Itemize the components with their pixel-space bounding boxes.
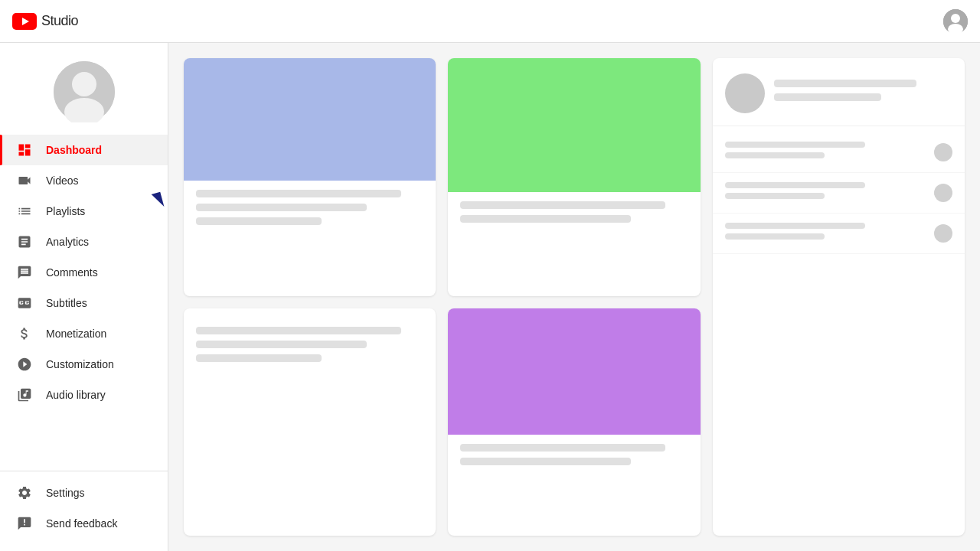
sidebar-item-label-videos: Videos (46, 174, 79, 187)
subtitles-icon (15, 294, 34, 312)
card-2-line-1 (460, 201, 665, 209)
sidebar-item-comments[interactable]: Comments (0, 257, 168, 288)
svg-point-3 (951, 14, 960, 23)
main-content (168, 43, 980, 551)
monetization-icon (15, 324, 34, 343)
sidebar-item-label-playlists: Playlists (46, 205, 85, 217)
card-5-line-2 (460, 458, 631, 465)
videos-icon (15, 171, 34, 190)
header: Studio (0, 0, 980, 43)
card-3-list-item-2-lines (725, 182, 925, 204)
card-2 (448, 58, 700, 296)
card-2-thumbnail (448, 58, 700, 192)
card-3-list (713, 126, 965, 536)
sidebar-item-label-settings: Settings (46, 487, 85, 499)
svg-point-6 (72, 72, 96, 96)
sidebar-item-dashboard[interactable]: Dashboard (0, 135, 168, 165)
comments-icon (15, 263, 34, 282)
youtube-icon (12, 13, 37, 30)
card-5-thumbnail (448, 308, 700, 435)
card-3-inner (713, 58, 965, 536)
card-3-sub-line (774, 93, 881, 101)
card-3 (713, 58, 965, 536)
settings-icon (15, 484, 34, 502)
card-3-list-item-2 (713, 173, 965, 214)
sidebar-item-label-audio-library: Audio library (46, 389, 106, 401)
card-4-line-1 (196, 327, 401, 334)
sidebar-item-audio-library[interactable]: Audio library (0, 380, 168, 410)
card-2-line-2 (460, 215, 631, 223)
sidebar-item-label-analytics: Analytics (46, 236, 89, 248)
card-3-list-item-1 (713, 132, 965, 173)
sidebar-item-monetization[interactable]: Monetization (0, 318, 168, 349)
sidebar-item-label-customization: Customization (46, 358, 114, 370)
card-4-text (184, 308, 436, 380)
card-5 (448, 308, 700, 536)
sidebar-item-subtitles[interactable]: Subtitles (0, 288, 168, 318)
card-1-line-2 (196, 204, 367, 211)
feedback-icon (15, 514, 34, 533)
sidebar-item-analytics[interactable]: Analytics (0, 227, 168, 257)
card-1 (184, 58, 436, 296)
sidebar-channel-avatar-section (0, 43, 168, 135)
card-5-text (448, 435, 700, 481)
channel-avatar[interactable] (54, 61, 115, 122)
card-3-top (713, 58, 965, 126)
card-2-text (448, 192, 700, 238)
sidebar-item-label-monetization: Monetization (46, 328, 106, 340)
card-4-line-3 (196, 354, 322, 362)
audio-library-icon (15, 386, 34, 404)
playlists-icon (15, 202, 34, 220)
card-4-line-2 (196, 341, 367, 348)
customization-icon (15, 355, 34, 373)
sidebar-item-videos[interactable]: Videos (0, 165, 168, 196)
card-1-text (184, 181, 436, 240)
avatar-icon (943, 9, 968, 34)
sidebar-bottom: Settings Send feedback (0, 471, 168, 551)
yt-logo[interactable]: Studio (12, 13, 78, 30)
nav-items: Dashboard Videos Playlists Analytics (0, 135, 168, 465)
card-1-line-1 (196, 190, 401, 197)
header-left: Studio (12, 13, 78, 30)
sidebar-item-label-subtitles: Subtitles (46, 297, 87, 309)
sidebar-item-playlists[interactable]: Playlists (0, 196, 168, 227)
card-1-thumbnail (184, 58, 436, 181)
sidebar: Dashboard Videos Playlists Analytics (0, 43, 168, 551)
sidebar-item-send-feedback[interactable]: Send feedback (0, 508, 168, 539)
user-avatar-header[interactable] (943, 9, 968, 34)
sidebar-item-label-send-feedback: Send feedback (46, 517, 117, 530)
card-3-name-line (774, 80, 917, 87)
card-5-line-1 (460, 444, 665, 452)
sidebar-item-settings[interactable]: Settings (0, 478, 168, 508)
sidebar-item-label-dashboard: Dashboard (46, 144, 102, 156)
card-3-list-item-3-lines (725, 223, 925, 244)
card-3-avatar-lines (774, 80, 952, 107)
card-3-list-item-3 (713, 214, 965, 254)
card-1-line-3 (196, 217, 322, 225)
studio-logo-text: Studio (41, 13, 78, 29)
dashboard-icon (15, 141, 34, 159)
sidebar-item-label-comments: Comments (46, 266, 98, 279)
channel-avatar-icon (54, 61, 115, 122)
card-3-avatar (725, 73, 765, 113)
card-3-list-item-1-lines (725, 142, 925, 163)
card-3-list-item-3-circle (934, 224, 952, 243)
analytics-icon (15, 233, 34, 251)
card-4 (184, 308, 436, 536)
card-3-list-item-1-circle (934, 143, 952, 161)
sidebar-item-customization[interactable]: Customization (0, 349, 168, 380)
card-3-list-item-2-circle (934, 184, 952, 202)
